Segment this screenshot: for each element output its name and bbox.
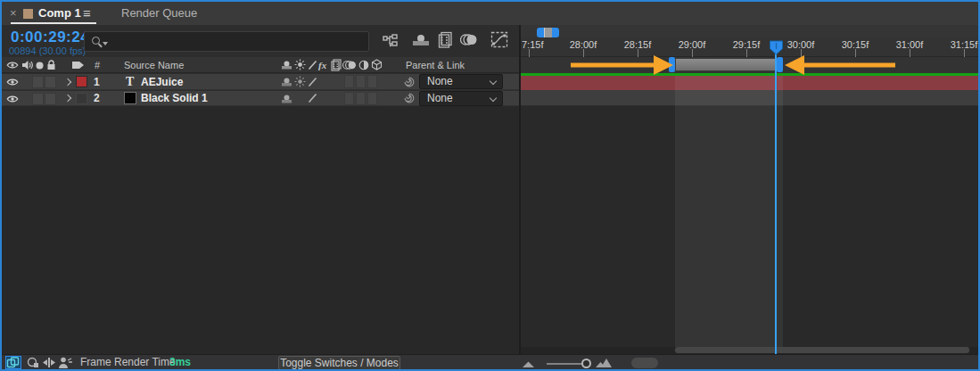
layer1-quality-switch-icon[interactable] bbox=[308, 77, 317, 87]
layer-row-1[interactable]: 1 T AEJuice None bbox=[2, 74, 519, 90]
panel-tab-bar: × Comp 1 ≡ Render Queue bbox=[2, 2, 978, 25]
video-eye-icon[interactable] bbox=[6, 61, 19, 70]
playhead-handle-icon[interactable] bbox=[769, 40, 784, 55]
layer2-quality-switch-icon[interactable] bbox=[308, 93, 317, 103]
layer-column-header: # Source Name fx Parent & Link bbox=[2, 57, 519, 73]
layer1-motion-blur-cell[interactable] bbox=[356, 75, 366, 88]
shy-switch-icon[interactable] bbox=[281, 60, 292, 70]
playhead-line bbox=[775, 53, 777, 354]
layer-list-empty-area bbox=[2, 106, 519, 354]
layer2-parent-value: None bbox=[427, 92, 453, 105]
zoom-out-icon[interactable] bbox=[523, 360, 534, 367]
work-area-end-handle[interactable] bbox=[777, 57, 783, 72]
bottom-scrollbar-thumb[interactable] bbox=[631, 358, 658, 368]
layer1-shy-switch-icon[interactable] bbox=[281, 77, 292, 87]
search-input[interactable] bbox=[108, 32, 358, 51]
layer2-index: 2 bbox=[94, 92, 100, 104]
render-time-pane-button[interactable] bbox=[58, 357, 73, 368]
adjustment-layer-icon[interactable] bbox=[358, 60, 369, 70]
audio-speaker-icon[interactable] bbox=[21, 60, 33, 70]
layer1-parent-dropdown[interactable]: None bbox=[419, 74, 503, 89]
layer1-lock-cell[interactable] bbox=[45, 76, 56, 88]
comp-color-swatch-icon bbox=[23, 9, 33, 19]
navigator-end-handle[interactable] bbox=[552, 28, 559, 37]
layer1-index: 1 bbox=[94, 76, 100, 88]
layer1-name[interactable]: AEJuice bbox=[141, 76, 183, 88]
ruler-label: 7:15f bbox=[522, 39, 552, 50]
layer1-label-swatch[interactable] bbox=[76, 76, 87, 87]
timeline-zoom-slider-handle[interactable] bbox=[581, 359, 591, 368]
layer1-pickwhip-icon[interactable] bbox=[403, 76, 416, 88]
frame-blending-icon[interactable] bbox=[438, 31, 453, 48]
layer1-solo-cell[interactable] bbox=[32, 76, 44, 88]
expand-layer-switches-button[interactable] bbox=[5, 356, 21, 369]
lock-icon[interactable] bbox=[46, 60, 56, 70]
navigator-start-handle[interactable] bbox=[537, 28, 544, 37]
effects-fx-icon[interactable]: fx bbox=[318, 57, 326, 73]
work-area-bar[interactable] bbox=[675, 58, 777, 71]
motion-blur-icon[interactable] bbox=[460, 33, 478, 46]
time-navigator-strip bbox=[521, 25, 980, 37]
timeline-hscroll-thumb[interactable] bbox=[675, 347, 969, 353]
toggle-switches-modes-button[interactable]: Toggle Switches / Modes bbox=[278, 356, 400, 370]
solid-layer-thumbnail bbox=[124, 92, 136, 104]
work-area-column-highlight bbox=[675, 76, 783, 347]
ruler-tick bbox=[529, 49, 530, 57]
transfer-controls-pane-button[interactable] bbox=[27, 357, 39, 368]
layer2-shy-switch-icon[interactable] bbox=[281, 94, 292, 104]
layer1-frame-blend-cell[interactable] bbox=[344, 75, 354, 88]
layer2-3d-cell[interactable] bbox=[367, 92, 377, 105]
layer2-parent-dropdown[interactable]: None bbox=[419, 91, 503, 106]
active-tab-underline bbox=[11, 22, 96, 24]
annotation-arrow-right-icon bbox=[571, 55, 673, 75]
timeline-controls-strip: 0:00:29:24 00894 (30.00 fps) bbox=[2, 25, 519, 57]
ruler-tick bbox=[746, 49, 747, 57]
layer1-collapse-switch-icon[interactable] bbox=[294, 76, 306, 87]
text-layer-icon: T bbox=[126, 75, 134, 89]
frame-render-time-label: Frame Render Time bbox=[80, 355, 176, 370]
label-tag-icon[interactable] bbox=[71, 60, 85, 70]
column-header-number[interactable]: # bbox=[95, 57, 100, 73]
graph-editor-icon[interactable] bbox=[490, 31, 508, 48]
layer2-pickwhip-icon[interactable] bbox=[403, 92, 416, 104]
layer2-label-swatch[interactable] bbox=[76, 93, 87, 104]
layer2-parent-chevron-down-icon bbox=[490, 95, 497, 102]
motion-blur-switch-icon[interactable] bbox=[342, 60, 357, 70]
mini-flowchart-icon[interactable] bbox=[383, 34, 399, 48]
ruler-label: 31:15f bbox=[944, 39, 980, 50]
layer1-parent-value: None bbox=[427, 75, 453, 88]
layer2-frame-blend-cell[interactable] bbox=[344, 92, 354, 105]
layer2-lock-cell[interactable] bbox=[45, 93, 56, 105]
quality-switch-icon[interactable] bbox=[308, 60, 317, 70]
layer2-solo-cell[interactable] bbox=[32, 93, 44, 105]
ruler-tick bbox=[910, 49, 910, 57]
layer2-motion-blur-cell[interactable] bbox=[356, 92, 366, 105]
column-header-parent-link[interactable]: Parent & Link bbox=[406, 57, 465, 73]
layer-row-2[interactable]: 2 Black Solid 1 None bbox=[2, 91, 519, 106]
frame-count-fps: 00894 (30.00 fps) bbox=[9, 45, 86, 56]
column-header-source-name[interactable]: Source Name bbox=[124, 57, 184, 73]
frame-render-time-value: 3ms bbox=[169, 355, 191, 370]
zoom-in-icon[interactable] bbox=[596, 359, 612, 367]
shy-layers-icon[interactable] bbox=[411, 33, 431, 47]
after-effects-timeline-panel: × Comp 1 ≡ Render Queue 0:00:29:24 00894… bbox=[0, 0, 980, 371]
tab-render-queue[interactable]: Render Queue bbox=[121, 2, 197, 25]
search-box[interactable] bbox=[84, 31, 369, 52]
layer1-parent-chevron-down-icon bbox=[490, 78, 497, 85]
navigator-bar[interactable] bbox=[544, 28, 552, 37]
3d-layer-cube-icon[interactable] bbox=[371, 59, 383, 70]
layer1-eye-icon[interactable] bbox=[6, 78, 19, 87]
solo-icon[interactable] bbox=[36, 62, 44, 70]
layer1-3d-cell[interactable] bbox=[367, 75, 377, 88]
current-timecode[interactable]: 0:00:29:24 bbox=[11, 29, 89, 46]
layer2-expand-chevron-icon[interactable] bbox=[64, 95, 71, 102]
ruler-tick bbox=[964, 49, 965, 57]
layer1-expand-chevron-icon[interactable] bbox=[64, 78, 71, 86]
collapse-transformations-icon[interactable] bbox=[294, 59, 306, 70]
in-out-panes-button[interactable] bbox=[43, 357, 55, 368]
frame-blend-switch-icon[interactable] bbox=[331, 59, 342, 71]
timeline-zoom-slider-track[interactable] bbox=[547, 363, 584, 365]
layer2-eye-icon[interactable] bbox=[6, 95, 19, 103]
annotation-arrow-left-icon bbox=[785, 55, 895, 75]
layer2-name[interactable]: Black Solid 1 bbox=[141, 92, 208, 104]
